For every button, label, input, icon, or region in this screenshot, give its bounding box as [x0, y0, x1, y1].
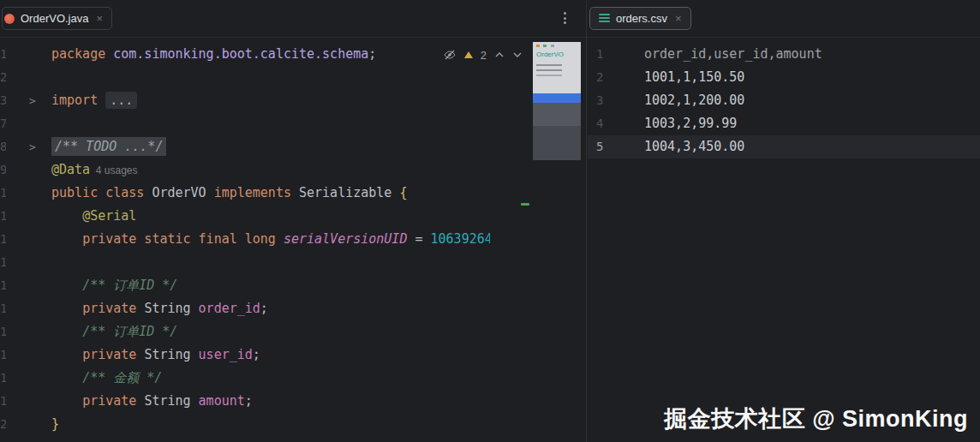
code-text: /** TODO ...*/ — [51, 135, 166, 158]
java-code-line[interactable]: 3>import ... — [0, 89, 586, 112]
java-editor-pane[interactable]: 1package com.simonking.boot.calcite.sche… — [0, 39, 586, 442]
java-code-line[interactable]: 18 /** 金额 */ — [0, 367, 586, 390]
java-code-line[interactable]: 14 /** 订单ID */ — [0, 274, 586, 297]
java-class-icon — [4, 14, 15, 24]
line-number[interactable]: 1 — [0, 43, 6, 66]
csv-code-line[interactable]: 51004,3,450.00 — [588, 135, 980, 158]
java-code-line[interactable]: 19 private String amount; — [0, 390, 586, 413]
line-number[interactable]: 1 — [588, 43, 617, 66]
csv-code-line[interactable]: 31002,1,200.00 — [588, 89, 980, 112]
java-code-line[interactable]: 13 — [0, 251, 586, 274]
java-code-line[interactable]: 10public class OrderVO implements Serial… — [0, 182, 586, 205]
editor-tab-bar: OrderVO.java × orders.csv × — [0, 0, 980, 38]
java-code-line[interactable]: 8>/** TODO ...*/ — [0, 135, 586, 158]
java-code-line[interactable]: 17 private String user_id; — [0, 343, 586, 367]
minimap-section-lower — [533, 126, 581, 160]
code-text: 1004,3,450.00 — [617, 135, 744, 158]
line-number[interactable]: 5 — [588, 135, 617, 158]
java-code-line[interactable]: 16 /** 订单ID */ — [0, 320, 586, 343]
csv-code-line[interactable]: 21001,1,150.50 — [588, 66, 980, 89]
code-text: public class OrderVO implements Serializ… — [51, 182, 407, 205]
java-code-line[interactable]: 12 private static final long serialVersi… — [0, 228, 586, 251]
csv-code-line[interactable]: 41003,2,99.99 — [588, 112, 980, 135]
fold-gutter — [6, 343, 51, 367]
line-number[interactable]: 13 — [0, 251, 6, 274]
line-number[interactable]: 3 — [588, 89, 617, 112]
java-code-line[interactable]: 9@Data 4 usages — [0, 158, 586, 182]
line-number[interactable]: 14 — [0, 274, 6, 297]
code-text: @Data 4 usages — [51, 158, 138, 182]
code-text: private String user_id; — [51, 343, 260, 367]
code-text: /** 订单ID */ — [51, 320, 177, 343]
code-text: /** 订单ID */ — [51, 274, 177, 297]
line-number[interactable]: 18 — [0, 367, 6, 390]
pane-splitter[interactable] — [586, 0, 587, 442]
java-code-line[interactable]: 11 @Serial — [0, 205, 586, 228]
line-number[interactable]: 8 — [0, 135, 6, 158]
fold-chevron-icon[interactable]: > — [6, 89, 51, 112]
java-code-line[interactable]: 2 — [0, 66, 586, 89]
fold-gutter — [6, 66, 51, 89]
line-number[interactable]: 2 — [0, 66, 6, 89]
java-code-line[interactable]: 15 private String order_id; — [0, 297, 586, 320]
code-text: private String order_id; — [51, 297, 268, 320]
fold-gutter — [6, 367, 51, 390]
warning-icon — [464, 51, 473, 58]
line-number[interactable]: 9 — [0, 158, 6, 182]
line-number[interactable]: 7 — [0, 112, 6, 135]
fold-gutter — [6, 205, 51, 228]
line-number[interactable]: 3 — [0, 89, 6, 112]
fold-gutter — [6, 112, 51, 135]
code-text: import ... — [51, 89, 137, 112]
java-code-line[interactable]: 7 — [0, 112, 586, 135]
tab-title: orders.csv — [616, 12, 667, 25]
csv-code-area[interactable]: 1order_id,user_id,amount21001,1,150.5031… — [588, 39, 980, 158]
minimap-preview[interactable]: OrderVO — [533, 42, 581, 160]
minimap-tiny-lines — [536, 64, 562, 66]
inspection-widget: 2 — [443, 48, 523, 62]
code-text: private String amount; — [51, 390, 253, 413]
tab-title: OrderVO.java — [21, 12, 88, 25]
line-number[interactable]: 17 — [0, 343, 6, 367]
fold-gutter — [6, 158, 51, 182]
line-number[interactable]: 11 — [0, 205, 6, 228]
close-icon[interactable]: × — [94, 13, 103, 24]
close-icon[interactable]: × — [673, 13, 682, 24]
java-code-area[interactable]: 1package com.simonking.boot.calcite.sche… — [0, 39, 586, 436]
fold-gutter — [6, 228, 51, 251]
java-code-line[interactable]: 20} — [0, 413, 586, 436]
code-text: 1002,1,200.00 — [617, 89, 744, 112]
fold-gutter — [6, 390, 51, 413]
fold-gutter — [6, 274, 51, 297]
eye-off-icon[interactable] — [443, 48, 457, 62]
fold-gutter — [6, 43, 51, 66]
code-text: 1001,1,150.50 — [617, 66, 744, 89]
fold-chevron-icon[interactable]: > — [6, 135, 51, 158]
csv-editor-pane[interactable]: 1order_id,user_id,amount21001,1,150.5031… — [588, 39, 980, 442]
code-text: private static final long serialVersionU… — [51, 228, 490, 251]
fold-gutter — [6, 297, 51, 320]
line-number[interactable]: 15 — [0, 297, 6, 320]
warning-count: 2 — [481, 49, 487, 62]
tab-orders-csv[interactable]: orders.csv × — [589, 7, 691, 30]
more-options-kebab-icon[interactable] — [559, 12, 570, 26]
line-number[interactable]: 16 — [0, 320, 6, 343]
minimap-structure-label: OrderVO — [533, 51, 581, 59]
line-number[interactable]: 20 — [0, 413, 6, 436]
minimap-specks — [533, 42, 581, 51]
line-number[interactable]: 4 — [588, 112, 617, 135]
csv-code-line[interactable]: 1order_id,user_id,amount — [588, 43, 980, 66]
code-text: @Serial — [51, 205, 136, 228]
line-number[interactable]: 12 — [0, 228, 6, 251]
code-text: } — [51, 413, 59, 436]
chevron-down-icon[interactable] — [512, 50, 523, 60]
minimap-code-thumbnail: OrderVO — [533, 42, 581, 93]
code-text: /** 金额 */ — [51, 367, 162, 390]
code-text: 1003,2,99.99 — [617, 112, 737, 135]
chevron-up-icon[interactable] — [494, 50, 505, 60]
line-number[interactable]: 19 — [0, 390, 6, 413]
fold-gutter — [6, 413, 51, 436]
line-number[interactable]: 10 — [0, 182, 6, 205]
tab-ordervo-java[interactable]: OrderVO.java × — [2, 7, 112, 30]
line-number[interactable]: 2 — [588, 66, 617, 89]
